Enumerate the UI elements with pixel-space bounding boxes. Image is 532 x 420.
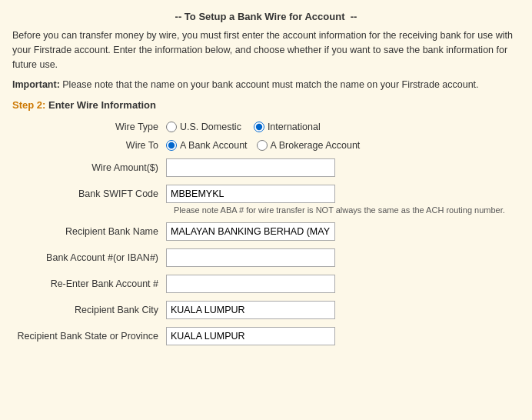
wire-type-international-radio[interactable] — [254, 122, 264, 132]
city-input[interactable] — [166, 301, 335, 319]
step-label: Step 2: — [12, 99, 45, 111]
wire-to-brokerage-radio[interactable] — [257, 140, 268, 151]
wire-to-row: Wire To A Bank Account A Brokerage Accou… — [12, 140, 520, 151]
wire-to-brokerage-label: A Brokerage Account — [271, 140, 361, 151]
wire-type-domestic-option[interactable]: U.S. Domestic — [166, 122, 241, 132]
recipient-bank-label: Recipient Bank Name — [12, 226, 166, 237]
city-row: Recipient Bank City — [12, 301, 520, 319]
wire-to-brokerage-option[interactable]: A Brokerage Account — [257, 140, 361, 151]
state-label: Recipient Bank State or Province — [12, 331, 166, 342]
reenter-input[interactable] — [166, 275, 335, 293]
reenter-label: Re-Enter Bank Account # — [12, 278, 166, 289]
wire-to-bank-radio[interactable] — [166, 140, 177, 151]
important-text: Please note that the name on your bank a… — [60, 79, 479, 90]
bank-account-label: Bank Account #(or IBAN#) — [12, 252, 166, 263]
swift-code-row: Bank SWIFT Code Please note ABA # for wi… — [12, 185, 520, 215]
wire-type-international-option[interactable]: International — [254, 122, 321, 132]
bank-account-input[interactable] — [166, 248, 335, 267]
wire-type-domestic-radio[interactable] — [166, 122, 177, 132]
intro-paragraph: Before you can transfer money by wire, y… — [12, 28, 520, 72]
step-text: Enter Wire Information — [45, 99, 156, 111]
wire-amount-label: Wire Amount($) — [12, 162, 166, 173]
swift-input[interactable] — [166, 185, 335, 203]
wire-to-group: A Bank Account A Brokerage Account — [166, 140, 360, 151]
reenter-row: Re-Enter Bank Account # — [12, 275, 520, 293]
wire-to-bank-option[interactable]: A Bank Account — [166, 140, 248, 151]
wire-amount-row: Wire Amount($) — [12, 158, 520, 177]
recipient-bank-row: Recipient Bank Name — [12, 222, 520, 241]
step-heading: Step 2: Enter Wire Information — [12, 99, 520, 111]
state-row: Recipient Bank State or Province — [12, 327, 520, 345]
wire-type-row: Wire Type U.S. Domestic International — [12, 122, 520, 132]
important-paragraph: Important: Please note that the name on … — [12, 79, 520, 90]
swift-label: Bank SWIFT Code — [12, 188, 166, 199]
important-label: Important: — [12, 79, 60, 90]
wire-type-international-label: International — [268, 122, 321, 132]
page-title: -- To Setup a Bank Wire for Account -- — [12, 11, 520, 22]
wire-type-label: Wire Type — [12, 122, 166, 132]
swift-note: Please note ABA # for wire transfer is N… — [174, 205, 505, 215]
wire-to-label: Wire To — [12, 140, 166, 151]
wire-to-bank-label: A Bank Account — [180, 140, 248, 151]
recipient-bank-input[interactable] — [166, 222, 335, 241]
wire-type-group: U.S. Domestic International — [166, 122, 321, 132]
city-label: Recipient Bank City — [12, 305, 166, 315]
wire-amount-input[interactable] — [166, 158, 335, 177]
wire-type-domestic-label: U.S. Domestic — [180, 122, 241, 132]
bank-account-row: Bank Account #(or IBAN#) — [12, 248, 520, 267]
state-input[interactable] — [166, 327, 335, 345]
